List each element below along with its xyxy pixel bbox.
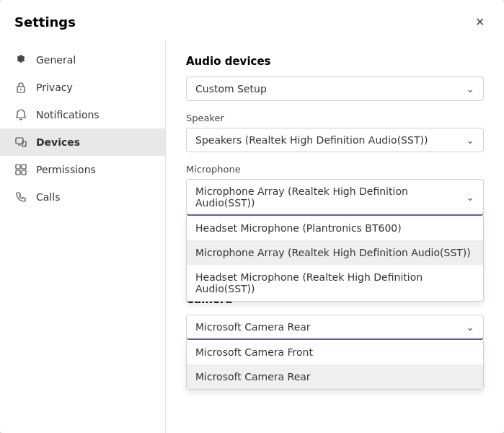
svg-rect-6: [22, 165, 26, 169]
sidebar-item-general[interactable]: General: [0, 46, 165, 74]
microphone-value: Microphone Array (Realtek High Definitio…: [195, 185, 457, 209]
close-button[interactable]: ✕: [469, 12, 490, 32]
mic-option-2[interactable]: Microphone Array (Realtek High Definitio…: [187, 240, 483, 265]
sidebar-label-devices: Devices: [36, 136, 80, 148]
audio-setup-value: Custom Setup: [195, 83, 267, 95]
sidebar-label-notifications: Notifications: [36, 109, 100, 121]
speaker-dropdown-container: Speakers (Realtek High Definition Audio(…: [186, 128, 484, 152]
camera-dropdown-menu: Microsoft Camera Front Microsoft Camera …: [186, 340, 484, 390]
sidebar-item-devices[interactable]: Devices: [0, 128, 165, 156]
svg-rect-7: [16, 170, 20, 175]
microphone-dropdown-menu: Headset Microphone (Plantronics BT600) M…: [186, 216, 484, 302]
sidebar: General Privacy: [0, 40, 166, 433]
content-area: General Privacy: [0, 40, 504, 433]
camera-chevron-icon: ⌄: [466, 321, 474, 333]
svg-point-4: [24, 145, 25, 146]
camera-option-1[interactable]: Microsoft Camera Front: [187, 340, 483, 364]
main-content: Audio devices Custom Setup ⌄ Speaker Spe…: [166, 40, 504, 433]
speaker-label: Speaker: [186, 113, 484, 123]
microphone-chevron-icon: ⌄: [466, 191, 474, 203]
audio-setup-chevron-icon: ⌄: [466, 83, 474, 95]
sidebar-label-permissions: Permissions: [36, 164, 96, 175]
sidebar-label-privacy: Privacy: [36, 82, 73, 93]
sidebar-item-calls[interactable]: Calls: [0, 183, 165, 211]
mic-option-3[interactable]: Headset Microphone (Realtek High Definit…: [187, 265, 483, 301]
audio-section-title: Audio devices: [186, 55, 484, 68]
camera-dropdown-container: Microsoft Camera Rear ⌄ Microsoft Camera…: [186, 315, 484, 340]
phone-icon: [14, 191, 27, 204]
speaker-chevron-icon: ⌄: [466, 134, 474, 146]
svg-rect-8: [22, 170, 26, 175]
settings-window: Settings ✕ General: [0, 0, 504, 433]
camera-value: Microsoft Camera Rear: [195, 321, 311, 333]
gear-icon: [14, 53, 27, 66]
camera-dropdown[interactable]: Microsoft Camera Rear ⌄: [186, 315, 484, 340]
window-title: Settings: [14, 14, 76, 30]
sidebar-item-privacy[interactable]: Privacy: [0, 74, 165, 101]
bell-icon: [14, 108, 27, 121]
microphone-label: Microphone: [186, 164, 484, 175]
svg-rect-5: [16, 165, 20, 169]
camera-option-2[interactable]: Microsoft Camera Rear: [187, 364, 483, 389]
sidebar-item-notifications[interactable]: Notifications: [0, 101, 165, 128]
microphone-dropdown[interactable]: Microphone Array (Realtek High Definitio…: [186, 179, 484, 216]
speaker-dropdown[interactable]: Speakers (Realtek High Definition Audio(…: [186, 128, 484, 152]
audio-setup-dropdown[interactable]: Custom Setup ⌄: [186, 76, 484, 101]
grid-icon: [14, 163, 27, 176]
sidebar-label-general: General: [36, 54, 76, 66]
devices-icon: [14, 136, 27, 149]
mic-option-1[interactable]: Headset Microphone (Plantronics BT600): [187, 216, 483, 240]
sidebar-label-calls: Calls: [36, 191, 60, 203]
lock-icon: [14, 81, 27, 94]
microphone-dropdown-container: Microphone Array (Realtek High Definitio…: [186, 179, 484, 216]
speaker-value: Speakers (Realtek High Definition Audio(…: [195, 134, 428, 146]
audio-setup-dropdown-container: Custom Setup ⌄: [186, 76, 484, 101]
sidebar-item-permissions[interactable]: Permissions: [0, 156, 165, 183]
svg-point-1: [20, 89, 22, 90]
title-bar: Settings ✕: [0, 0, 504, 40]
